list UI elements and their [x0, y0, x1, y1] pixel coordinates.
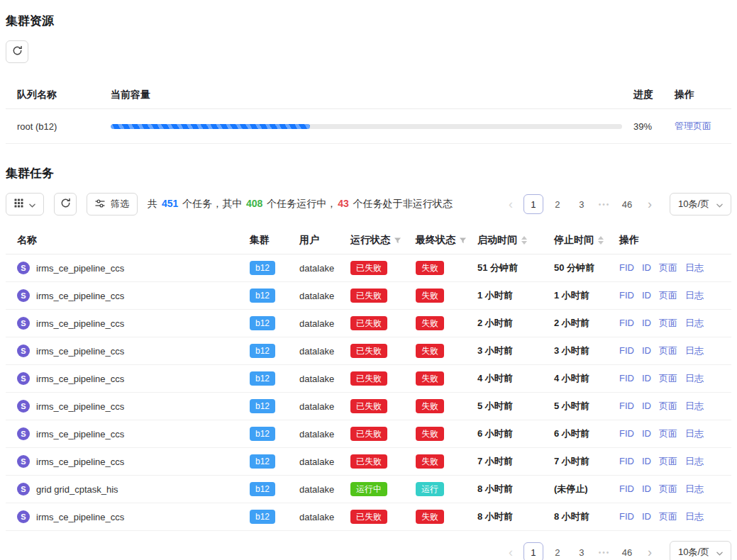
- task-user: datalake: [299, 429, 334, 439]
- task-action-link[interactable]: 日志: [685, 290, 704, 301]
- run-status-badge: 运行中: [350, 482, 387, 496]
- stop-time-sort-icon[interactable]: [598, 236, 604, 245]
- task-name: irms_ce_pipeline_ccs: [36, 429, 124, 439]
- filter-button[interactable]: 筛选: [87, 193, 138, 215]
- task-action-link[interactable]: 页面: [659, 428, 677, 439]
- task-action-link[interactable]: FID: [619, 401, 634, 411]
- spark-avatar-icon: S: [17, 345, 30, 357]
- run-status-filter-icon[interactable]: [394, 237, 401, 245]
- total-task-count: 451: [162, 198, 178, 209]
- final-status-badge: 失败: [416, 261, 444, 275]
- spark-avatar-icon: S: [17, 317, 30, 330]
- stop-time: 3 小时前: [548, 337, 614, 365]
- task-action-link[interactable]: ID: [642, 401, 651, 411]
- prev-page-button[interactable]: ‹: [502, 542, 519, 560]
- tasks-header-actions: 操作: [614, 227, 731, 254]
- column-settings-dropdown-button[interactable]: [6, 193, 44, 215]
- task-action-link[interactable]: ID: [642, 373, 651, 383]
- page-46-button[interactable]: 46: [617, 194, 637, 214]
- stop-time: 50 分钟前: [548, 254, 614, 282]
- task-row: Sgrid grid_cptask_hisb12datalake运行中运行8 小…: [6, 476, 731, 503]
- pagination-ellipsis: •••: [596, 201, 613, 208]
- stop-time: 8 小时前: [548, 503, 614, 531]
- task-user: datalake: [299, 401, 334, 412]
- refresh-icon: [60, 198, 71, 211]
- manage-page-link[interactable]: 管理页面: [675, 121, 711, 131]
- task-action-link[interactable]: FID: [619, 373, 634, 383]
- task-action-link[interactable]: FID: [619, 483, 634, 494]
- task-action-link[interactable]: 日志: [685, 456, 704, 466]
- summary-text: 个任务处于非运行状态: [350, 198, 453, 209]
- filter-controls-icon: [95, 198, 105, 211]
- prev-page-button[interactable]: ‹: [502, 194, 519, 214]
- task-action-link[interactable]: 页面: [659, 262, 677, 273]
- task-user: datalake: [299, 484, 334, 495]
- next-page-button[interactable]: ›: [641, 194, 658, 214]
- page-1-button[interactable]: 1: [523, 194, 543, 214]
- task-action-link[interactable]: 页面: [659, 373, 677, 383]
- task-name: irms_ce_pipeline_ccs: [36, 457, 124, 467]
- task-action-link[interactable]: FID: [619, 345, 634, 356]
- task-action-link[interactable]: ID: [642, 262, 651, 273]
- cluster-badge: b12: [250, 344, 275, 358]
- task-action-link[interactable]: 日志: [685, 262, 704, 273]
- final-status-filter-icon[interactable]: [459, 237, 467, 245]
- task-action-link[interactable]: ID: [642, 345, 651, 356]
- page-3-button[interactable]: 3: [572, 194, 592, 214]
- task-action-link[interactable]: FID: [619, 511, 634, 522]
- task-action-link[interactable]: FID: [619, 456, 634, 466]
- task-action-link[interactable]: FID: [619, 428, 634, 439]
- task-action-link[interactable]: 页面: [659, 290, 677, 301]
- task-user: datalake: [299, 291, 334, 301]
- task-action-link[interactable]: ID: [642, 290, 651, 301]
- tasks-header-row: 名称 集群 用户 运行状态 最终状态 启动时间 停止时间 操作: [6, 227, 731, 254]
- summary-text: 个任务运行中，: [264, 198, 336, 209]
- next-page-button[interactable]: ›: [641, 542, 658, 560]
- task-action-link[interactable]: 页面: [659, 456, 677, 466]
- run-status-badge: 已失败: [350, 344, 387, 358]
- task-action-link[interactable]: 页面: [659, 401, 677, 411]
- task-name: irms_ce_pipeline_ccs: [36, 318, 124, 329]
- page-3-button[interactable]: 3: [572, 542, 592, 560]
- task-action-link[interactable]: ID: [642, 428, 651, 439]
- task-action-link[interactable]: ID: [642, 318, 651, 328]
- resources-refresh-button[interactable]: [6, 40, 28, 63]
- stop-time: 6 小时前: [548, 420, 614, 448]
- page-size-select[interactable]: 10条/页: [670, 541, 731, 560]
- task-row: Sirms_ce_pipeline_ccsb12datalake已失败失败7 小…: [6, 448, 731, 476]
- spark-avatar-icon: S: [17, 427, 30, 440]
- task-row: Sirms_ce_pipeline_ccsb12datalake已失败失败4 小…: [6, 365, 731, 393]
- page-2-button[interactable]: 2: [548, 542, 567, 560]
- task-action-link[interactable]: FID: [619, 290, 634, 301]
- task-action-link[interactable]: 页面: [659, 345, 677, 356]
- task-action-link[interactable]: 日志: [685, 511, 704, 522]
- task-action-link[interactable]: 日志: [685, 428, 704, 439]
- task-name: grid grid_cptask_his: [36, 484, 118, 495]
- page-2-button[interactable]: 2: [548, 194, 567, 214]
- task-action-link[interactable]: 日志: [685, 483, 704, 494]
- task-name: irms_ce_pipeline_ccs: [36, 263, 124, 274]
- task-action-link[interactable]: FID: [619, 262, 634, 273]
- task-action-link[interactable]: 页面: [659, 483, 677, 494]
- task-action-link[interactable]: 日志: [685, 373, 704, 383]
- task-action-link[interactable]: 页面: [659, 318, 677, 328]
- task-action-link[interactable]: 页面: [659, 511, 677, 522]
- queue-capacity-progressbar: [111, 124, 622, 129]
- stop-time: 2 小时前: [548, 310, 614, 337]
- cluster-badge: b12: [250, 482, 275, 496]
- task-action-link[interactable]: ID: [642, 483, 651, 494]
- task-action-link[interactable]: 日志: [685, 345, 704, 356]
- refresh-icon: [12, 45, 23, 58]
- task-action-link[interactable]: FID: [619, 318, 634, 328]
- task-action-link[interactable]: 日志: [685, 401, 704, 411]
- cluster-tasks-title: 集群任务: [6, 165, 731, 181]
- page-1-button[interactable]: 1: [523, 542, 543, 560]
- task-action-link[interactable]: 日志: [685, 318, 704, 328]
- task-action-link[interactable]: ID: [642, 456, 651, 466]
- page-size-select[interactable]: 10条/页: [670, 193, 731, 215]
- start-time: 3 小时前: [472, 337, 548, 365]
- page-46-button[interactable]: 46: [617, 542, 637, 560]
- start-time-sort-icon[interactable]: [521, 236, 527, 245]
- task-action-link[interactable]: ID: [642, 511, 651, 522]
- tasks-refresh-button[interactable]: [54, 193, 77, 215]
